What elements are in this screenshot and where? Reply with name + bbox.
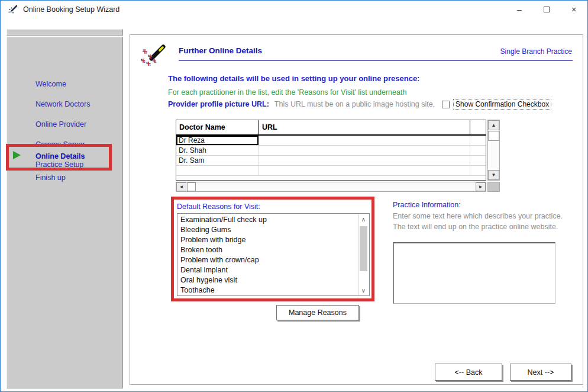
main-panel: Further Online Details Single Branch Pra… [130,34,583,385]
column-header-extra [470,120,486,134]
column-header-url[interactable]: URL [259,120,470,134]
window-title: Online Booking Setup Wizard [23,5,119,14]
list-item[interactable]: Toothache [179,285,357,294]
reasons-items: Examination/Full check up Bleeding Gums … [179,215,357,294]
next-button[interactable]: Next --> [510,364,571,381]
cell-doctor-name-selected[interactable]: Dr Reza [176,136,259,145]
wand-app-icon [8,4,18,15]
table-row[interactable] [176,166,486,176]
manage-reasons-button[interactable]: Manage Reasons [276,305,359,320]
sidebar-item-online-details[interactable]: Online Details [35,152,85,160]
wand-icon [139,42,166,69]
list-item[interactable]: Dental implant [179,265,357,275]
sidebar-item-finish-up[interactable]: Finish up [35,173,66,182]
branch-mode-label: Single Branch Practice [500,47,572,56]
scroll-up-icon[interactable]: ▲ [488,120,499,130]
back-button[interactable]: <-- Back [435,364,502,381]
table-row[interactable]: Dr. Sam [176,156,486,166]
window-controls: – × [506,1,587,18]
sidebar-item-online-provider[interactable]: Online Provider [35,120,86,128]
maximize-button[interactable] [533,1,560,18]
practice-info-description-2: The text will end up on the practice onl… [393,223,558,231]
reasons-listbox[interactable]: Examination/Full check up Bleeding Gums … [177,213,370,296]
column-header-doctor-name[interactable]: Doctor Name [176,120,259,134]
provider-url-row: Provider profile picture URL: This URL m… [168,99,551,110]
cell-doctor-name[interactable]: Dr. Sam [176,156,259,165]
close-button[interactable]: × [560,1,587,18]
list-item[interactable]: Problem with bridge [179,235,357,245]
doctor-grid: Doctor Name URL Dr Reza Dr. Shah Dr. Sam [176,120,486,181]
sidebar-item-comms-server[interactable]: Comms Server [35,140,85,149]
practice-info-textarea[interactable] [393,242,555,304]
list-item[interactable]: Problem with crown/cap [179,255,357,265]
minimize-button[interactable]: – [506,1,533,18]
table-horizontal-scrollbar[interactable]: ◄ ► [176,182,486,192]
show-confirmation-checkbox[interactable] [442,101,450,108]
scrollbar-corner [487,182,500,192]
list-item[interactable]: Broken tooth [179,245,357,255]
list-item[interactable]: Oral hygeine visit [179,275,357,285]
chevron-up-icon[interactable]: ∧ [358,214,369,224]
horizontal-scroll-thumb[interactable] [187,182,196,191]
intro-line-1: The following details will be used in se… [168,74,419,83]
scroll-left-icon[interactable]: ◄ [176,182,186,191]
doctor-table: Doctor Name URL Dr Reza Dr. Shah Dr. Sam [176,120,500,192]
vertical-scroll-thumb[interactable] [488,131,499,141]
cell-url[interactable] [259,136,470,145]
cell-doctor-name[interactable]: Dr. Shah [176,146,259,155]
practice-info-label: Practice Information: [393,201,461,209]
current-step-arrow-icon [13,151,21,159]
practice-info-description-1: Enter some text here which describes you… [393,212,563,220]
wizard-steps-sidebar: Welcome Network Doctors Online Provider … [7,29,123,388]
maximize-icon [544,7,550,12]
reasons-scroll-thumb[interactable] [360,226,367,271]
doctor-grid-header: Doctor Name URL [176,120,486,136]
intro-line-2: For each practitioner in the list, edit … [168,88,406,97]
list-item[interactable]: Examination/Full check up [179,215,357,225]
scroll-right-icon[interactable]: ► [476,182,486,191]
sidebar-item-welcome[interactable]: Welcome [35,80,66,88]
wizard-window: Online Booking Setup Wizard – × Welcome … [0,0,588,392]
cell-doctor-name[interactable] [176,166,259,175]
chevron-down-icon[interactable]: ∨ [358,285,369,295]
show-confirmation-checkbox-label[interactable]: Show Confirmation Checkbox [453,99,551,110]
cell-url[interactable] [259,156,470,165]
sidebar-item-practice-setup[interactable]: Practice Setup [35,160,83,169]
scroll-down-icon[interactable]: ▼ [488,170,499,180]
provider-url-note: This URL must be on a public image hosti… [274,100,435,108]
table-row[interactable]: Dr. Shah [176,146,486,156]
reasons-list-label: Default Reasons for Visit: [177,203,260,211]
list-item[interactable]: Bleeding Gums [179,225,357,235]
titlebar: Online Booking Setup Wizard – × [1,1,587,18]
reasons-scrollbar[interactable]: ∧ ∨ [358,214,369,295]
header-divider [179,60,573,61]
table-row[interactable]: Dr Reza [176,136,486,146]
sidebar-item-network-doctors[interactable]: Network Doctors [35,100,90,108]
sidebar-top-strip [7,29,123,36]
table-vertical-scrollbar[interactable]: ▲ ▼ [487,120,500,181]
sidebar-panel [7,37,123,388]
page-title: Further Online Details [179,46,262,55]
cell-url[interactable] [259,146,470,155]
provider-url-label: Provider profile picture URL: [168,100,269,108]
cell-url[interactable] [259,166,470,175]
